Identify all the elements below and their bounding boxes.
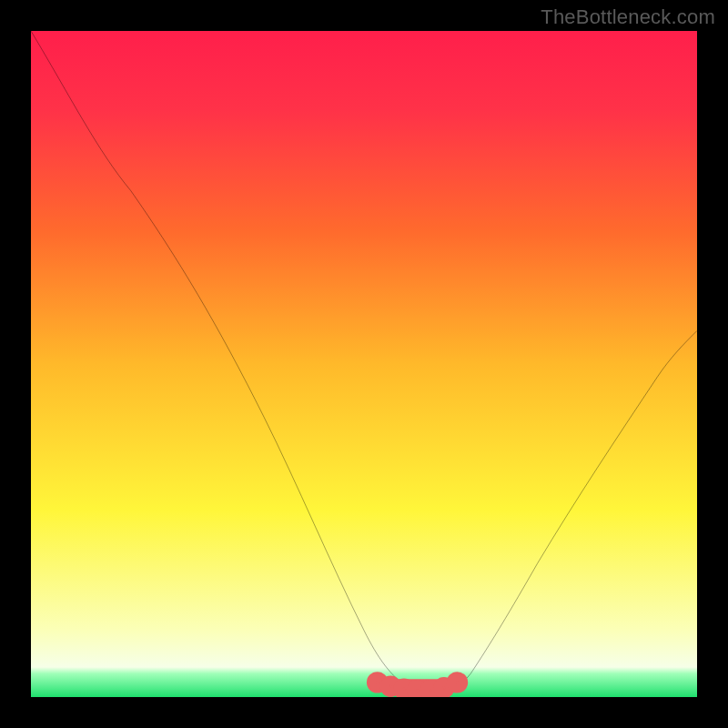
chart-frame: TheBottleneck.com [0, 0, 728, 728]
valley-marker [371, 676, 463, 696]
watermark-text: TheBottleneck.com [541, 5, 715, 29]
bottleneck-curve-path [31, 31, 697, 693]
plot-area [31, 31, 697, 697]
svg-point-8 [451, 676, 463, 688]
curve-layer [31, 31, 697, 697]
